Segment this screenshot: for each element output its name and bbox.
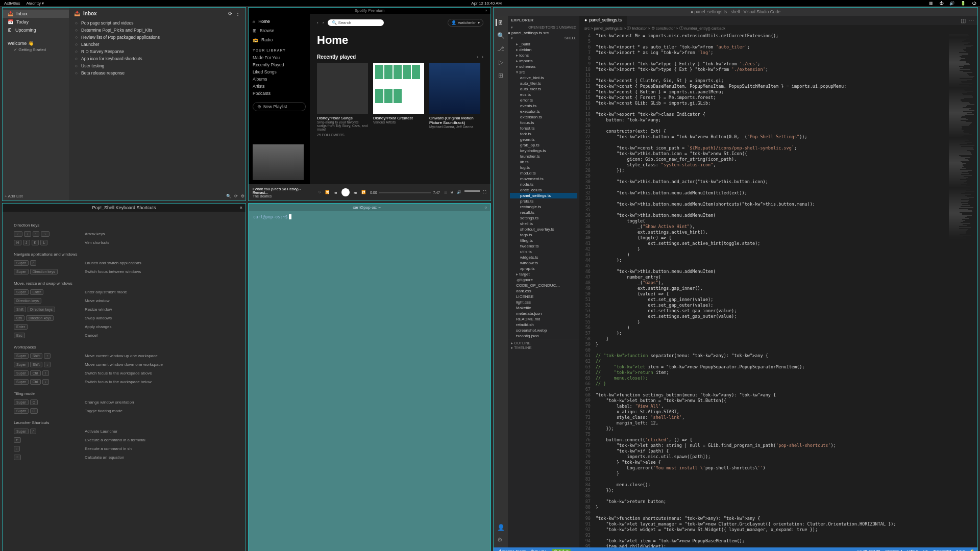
tree-node[interactable]: screenshot.webp (510, 328, 577, 333)
devices-icon[interactable]: 🖥 (450, 190, 454, 194)
volume-bar[interactable] (464, 190, 480, 192)
library-item[interactable]: Albums (253, 76, 306, 83)
tree-node[interactable]: README.md (510, 316, 577, 322)
encoding[interactable]: UTF-8 (908, 549, 918, 552)
minimap[interactable] (947, 34, 977, 547)
tree-node[interactable]: ecs.ts (510, 92, 577, 97)
sidebar-upcoming[interactable]: 🗓 Upcoming (3, 26, 69, 34)
notifications-icon[interactable]: 🔔 (970, 549, 974, 552)
tree-node[interactable]: launcher.ts (510, 154, 577, 159)
tree-node[interactable]: debian (510, 47, 577, 53)
close-icon[interactable]: × (240, 204, 242, 212)
tree-node[interactable]: _build (510, 41, 577, 47)
repeat-icon[interactable]: 🔁 (361, 190, 366, 194)
tree-node[interactable]: active_hint.ts (510, 75, 577, 81)
search-icon[interactable]: 🔍 (497, 32, 505, 39)
user-menu[interactable]: 👤 watchmkr ▾ (448, 19, 483, 27)
tree-node[interactable]: utils.ts (510, 249, 577, 255)
tree-node[interactable]: target (510, 271, 577, 277)
library-item[interactable]: Liked Songs (253, 68, 306, 76)
tree-node[interactable]: icons (510, 53, 577, 58)
tray-network-icon[interactable]: ⏻ (939, 1, 943, 6)
tree-node[interactable]: log.ts (510, 165, 577, 170)
nav-radio[interactable]: 📻 Radio (253, 36, 306, 43)
tree-node[interactable]: events.ts (510, 103, 577, 109)
tree-node[interactable]: prefs.ts (510, 198, 577, 204)
tree-node[interactable]: xprop.ts (510, 266, 577, 271)
tree-node[interactable]: forest.ts (510, 126, 577, 131)
tree-node[interactable]: dark.css (510, 288, 577, 294)
gear-icon[interactable]: ⚙ (497, 536, 505, 543)
language[interactable]: TypeScript (933, 549, 951, 552)
playlist-card[interactable]: Disney/Pixar SongsSing-along to your fav… (317, 63, 368, 131)
tree-node[interactable]: imports (510, 58, 577, 64)
explorer-icon[interactable]: 🗎 (496, 19, 504, 26)
queue-icon[interactable]: ☰ (444, 190, 447, 194)
tree-node[interactable]: auto_tiler.ts (510, 86, 577, 92)
new-playlist-button[interactable]: ⊕ New Playlist (253, 102, 306, 111)
scm-icon[interactable]: ⎇ (497, 45, 504, 53)
next-icon[interactable]: ⏭ (354, 191, 357, 194)
problems[interactable]: ⊘ 4 ⚠ 0 (552, 549, 571, 552)
tree-node[interactable]: result.ts (510, 210, 577, 215)
track-artist[interactable]: The Beatles (253, 194, 314, 198)
nav-fwd-icon[interactable]: › (323, 20, 324, 25)
close-icon[interactable]: ○ (484, 204, 487, 211)
task-item[interactable]: Launcher (74, 41, 240, 48)
tree-node[interactable]: shell.ts (510, 221, 577, 227)
tree-node[interactable]: light.css (510, 299, 577, 305)
tray-power-icon[interactable]: ⏻ (972, 1, 976, 6)
extensions-icon[interactable]: ⊞ (498, 72, 503, 79)
tree-node[interactable]: extension.ts (510, 114, 577, 120)
clock[interactable]: Apr 12 10:40 AM (471, 1, 502, 6)
track-title[interactable]: I Want You (She's So Heavy) - Remast… (253, 187, 314, 194)
sidebar-inbox[interactable]: 📥 Inbox (3, 10, 69, 18)
tree-node[interactable]: settings.ts (510, 215, 577, 221)
tree-node[interactable]: LICENSE (510, 294, 577, 299)
tree-node[interactable]: tweener.ts (510, 243, 577, 249)
sidebar-welcome[interactable]: Welcome 👋 (3, 39, 69, 47)
tree-node[interactable]: executor.ts (510, 109, 577, 114)
task-item[interactable]: Determine Pop!_Picks and Pop!_Kits (74, 27, 240, 34)
task-item[interactable]: Pop page script and videos (74, 19, 240, 27)
tree-node[interactable]: tsconfig.json (510, 333, 577, 339)
outline-header[interactable]: ▸ OUTLINE (511, 341, 576, 345)
breadcrumb[interactable]: src > panel_settings.ts > ⓕ Indicator > … (579, 25, 977, 32)
tree-node[interactable]: auto_tiler.ts (510, 81, 577, 86)
open-editor-file[interactable]: ● panel_settings.ts src (508, 31, 579, 35)
add-list-button[interactable]: + Add List (5, 194, 22, 198)
editor-tab[interactable]: ● panel_settings.ts (579, 16, 627, 25)
tree-node[interactable]: Makefile (510, 305, 577, 311)
nav-back-icon[interactable]: ‹ (317, 20, 318, 25)
tree-node[interactable]: grab_op.ts (510, 142, 577, 148)
library-item[interactable]: Podcasts (253, 90, 306, 97)
footer-sync-icon[interactable]: ⟳ (234, 194, 238, 198)
task-item[interactable]: Review list of Pop packaged applications (74, 34, 240, 41)
tree-node[interactable]: rectangle.ts (510, 204, 577, 210)
tree-node[interactable]: widgets.ts (510, 255, 577, 260)
code-area[interactable]: "tok-kw">const Me = imports.misc.extensi… (594, 32, 977, 547)
seek-bar[interactable] (379, 192, 431, 193)
tree-node[interactable]: panel_settings.ts (510, 193, 577, 198)
tree-node[interactable]: shortcut_overlay.ts (510, 227, 577, 232)
cursor-pos[interactable]: Ln 48, Col 28 (857, 549, 880, 552)
tray-volume-icon[interactable]: 🔊 (949, 1, 954, 6)
sync[interactable]: ⟳ 0 ↓ 0 ↑ (531, 549, 547, 552)
tree-node[interactable]: tags.ts (510, 232, 577, 238)
like-icon[interactable]: ♡ (318, 190, 321, 194)
search-input[interactable]: 🔍 Search (328, 19, 384, 26)
task-item[interactable]: Beta release response (74, 69, 240, 77)
tree-node[interactable]: movement.ts (510, 176, 577, 182)
timeline-header[interactable]: ▸ TIMELINE (511, 345, 576, 350)
prev-icon[interactable]: ⏮ (334, 191, 337, 194)
tree-node[interactable]: mod.d.ts (510, 170, 577, 176)
tree-node[interactable]: metadata.json (510, 311, 577, 316)
tree-node[interactable]: schemas (510, 64, 577, 69)
tree-node[interactable]: once_cell.ts (510, 187, 577, 193)
sync-icon[interactable]: ⟳ (228, 11, 232, 16)
open-editors-header[interactable]: ▾OPEN EDITORS 1 UNSAVED (508, 24, 579, 31)
debug-icon[interactable]: ▷ (499, 59, 503, 66)
more-icon[interactable]: ⋮ (235, 11, 240, 16)
nav-home[interactable]: ⌂ Home (253, 18, 306, 25)
tree-node[interactable]: .gitignore (510, 277, 577, 283)
